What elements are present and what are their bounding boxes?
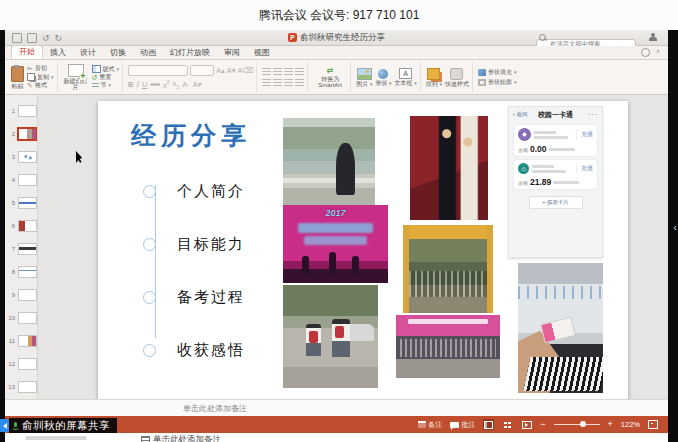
zoom-slider-knob[interactable] [580,421,586,427]
insert-textbox-button[interactable]: A 文本框 ▾ [395,68,417,86]
tab-动画[interactable]: 动画 [133,47,163,59]
numbering-button[interactable] [273,68,282,76]
strikethrough-button[interactable]: abc [150,81,160,87]
bold-button[interactable]: B [128,80,133,89]
help-icon[interactable] [641,48,650,57]
thumb-preview [18,220,37,232]
indent-increase-button[interactable] [295,68,304,76]
slide-title[interactable]: 经历分享 [131,119,251,152]
normal-view-button[interactable] [483,419,494,430]
panel-collapse-chevron[interactable]: ‹ [673,222,677,233]
slide-thumbnail-10[interactable]: 10 [5,306,37,329]
timeline-item-1[interactable]: 个人简介 [143,165,245,218]
align-center-button[interactable] [273,79,282,87]
redo-icon[interactable]: ↻ [55,34,63,42]
slideshow-button[interactable] [521,419,532,430]
arrange-button[interactable]: 排列 ▾ [426,68,442,87]
timeline-item-3[interactable]: 备考过程 [143,271,245,324]
slide-thumbnail-13[interactable]: 13 [5,375,37,398]
fit-slide-to-window-icon[interactable] [648,420,658,429]
slide-thumbnail-12[interactable]: 12 [5,352,37,375]
photo-stage[interactable]: 2017 [283,205,388,283]
convert-smartart-button[interactable]: ⇄ 转换为SmartArt [313,67,347,88]
undo-icon[interactable]: ↺ [42,34,50,42]
slide-thumbnail-11[interactable]: 11 [5,329,37,352]
layout-button[interactable]: 版式 ▾ [92,65,120,73]
new-doc-icon[interactable] [12,33,22,43]
copy-button[interactable]: 复制 ▾ [27,73,54,81]
align-left-button[interactable] [262,79,271,87]
phone-screenshot-campus-card[interactable]: ‹ 返回 校园一卡通 ··· 充值余额0.00⌂充值余额21.89 + 添加卡片 [508,106,603,258]
slide-thumbnail-8[interactable]: 8 [5,260,37,283]
slide-thumbnail-3[interactable]: 3 [5,145,37,168]
slide-sorter-view-button[interactable] [502,419,513,430]
tab-开始[interactable]: 开始 [11,45,43,59]
paste-icon [11,66,24,82]
comments-toggle-button[interactable]: 批注 [450,420,475,430]
thumb-preview [18,128,37,140]
save-icon[interactable] [27,33,37,43]
timeline-item-4[interactable]: 收获感悟 [143,324,245,377]
zoom-out-button[interactable]: − [540,420,545,429]
highlight-button[interactable]: A· [182,80,190,89]
slide-thumbnail-4[interactable]: 4 [5,168,37,191]
subscript-button[interactable]: x2 [173,79,180,90]
insert-shapes-button[interactable]: 形状 ▾ [375,69,391,86]
section-button[interactable]: 节 ▾ [92,82,120,89]
clipboard-group: 粘贴 ✂ 剪切 复制 ▾ ✎ 格式 [8,62,58,92]
superscript-button[interactable]: x2 [163,79,170,90]
font-size-dropdown[interactable] [190,65,214,76]
format-painter-button[interactable]: ✎ 格式 [27,82,54,89]
timeline-item-2[interactable]: 目标能力 [143,218,245,271]
collapse-ribbon-icon[interactable]: ˄ [656,48,660,57]
quick-styles-button[interactable]: 快速样式 [445,68,469,87]
photo-banquet[interactable] [410,116,488,220]
slide-thumbnail-5[interactable]: 5 [5,191,37,214]
bullets-button[interactable] [262,68,271,76]
tab-视图[interactable]: 视图 [247,47,277,59]
search-box[interactable] [536,32,636,42]
shape-outline-button[interactable]: 形状轮廓 ▾ [478,79,517,86]
tab-设计[interactable]: 设计 [73,47,103,59]
slide-thumbnail-7[interactable]: 7 [5,237,37,260]
insert-picture-button[interactable]: 图片 ▾ [356,68,372,87]
zoom-level[interactable]: 122% [621,420,640,429]
slide[interactable]: 经历分享 个人简介目标能力备考过程收获感悟 2017 [98,101,628,399]
underline-button[interactable]: U [142,80,147,89]
tab-切换[interactable]: 切换 [103,47,133,59]
photo-arch[interactable] [403,225,493,313]
slide-thumbnail-9[interactable]: 9 [5,283,37,306]
font-name-dropdown[interactable] [128,65,188,76]
align-right-button[interactable] [284,79,293,87]
italic-button[interactable]: I [136,80,139,89]
shrink-font-button[interactable]: A▾ [227,67,236,74]
font-color-button[interactable]: A▾ [193,80,202,89]
new-slide-button[interactable]: 新建幻灯片 [63,64,89,90]
slide-thumbnail-6[interactable]: 6 [5,214,37,237]
thumbnail-panel[interactable]: 12345678910111213 [5,95,38,399]
zoom-in-button[interactable]: + [608,420,613,429]
tab-幻灯片放映[interactable]: 幻灯片放映 [163,47,217,59]
slide-thumbnail-1[interactable]: 1 [5,99,37,122]
share-user-icon[interactable] [648,33,658,42]
notes-toggle-button[interactable]: 备注 [418,420,442,430]
zoom-slider[interactable] [554,424,600,425]
photo-card-hand[interactable] [518,263,603,393]
slide-canvas[interactable]: 经历分享 个人简介目标能力备考过程收获感悟 2017 [38,95,668,399]
photo-group-pink[interactable] [396,315,500,378]
paste-button[interactable]: 粘贴 [11,66,24,89]
slide-thumbnail-2[interactable]: 2 [5,122,37,145]
indent-decrease-button[interactable] [284,68,293,76]
photo-graduation[interactable] [283,118,375,208]
notes-pane[interactable]: 单击此处添加备注 [5,399,668,416]
shape-fill-button[interactable]: 形状填充 ▾ [478,69,517,76]
grow-font-button[interactable]: A▴ [216,67,225,74]
tab-插入[interactable]: 插入 [43,47,73,59]
justify-button[interactable] [295,79,304,87]
tab-审阅[interactable]: 审阅 [217,47,247,59]
photo-run[interactable] [283,285,378,388]
clear-formatting-button[interactable]: A⌫ [238,67,254,74]
meeting-float-icon[interactable] [0,419,9,432]
reset-button[interactable]: ↺ 重置 [92,74,120,81]
cut-button[interactable]: ✂ 剪切 [27,65,54,72]
